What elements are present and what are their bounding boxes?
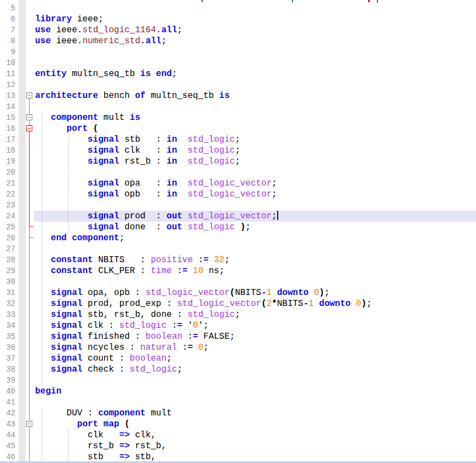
line-number[interactable]: 34 (0, 320, 19, 331)
code-line[interactable]: architecture bench of multn_seq_tb is (34, 90, 476, 101)
line-number[interactable]: 45 (0, 441, 19, 452)
line-number[interactable]: 7 (0, 25, 19, 36)
code-line[interactable]: signal clk : in std_logic; (34, 145, 476, 156)
code-line[interactable]: signal opa : in std_logic_vector; (34, 178, 476, 189)
line-number[interactable]: 35 (0, 331, 19, 342)
code-line[interactable]: stb => stb, (34, 452, 476, 462)
line-number[interactable]: 32 (0, 298, 19, 309)
code-line[interactable]: signal count : boolean; (34, 353, 476, 364)
line-number[interactable]: 43 (0, 419, 19, 430)
line-number[interactable]: 19 (0, 156, 19, 167)
fold-collapse-icon[interactable] (26, 92, 32, 99)
code-token: ; (119, 233, 125, 243)
code-line[interactable]: constant CLK_PER : time := 10 ns; (34, 265, 476, 276)
code-line[interactable] (34, 276, 476, 287)
line-number[interactable]: 9 (0, 47, 19, 57)
marker-margin-cell (19, 397, 26, 408)
line-number[interactable]: 8 (0, 36, 19, 47)
line-number[interactable]: 26 (0, 233, 19, 244)
code-line[interactable]: constant NBITS : positive := 32; (34, 254, 476, 265)
line-number[interactable]: 27 (0, 244, 19, 254)
code-line[interactable] (34, 47, 476, 57)
line-number[interactable]: 39 (0, 375, 19, 386)
code-line[interactable]: signal ncycles : natural := 0; (34, 342, 476, 353)
indent-guide (42, 298, 42, 309)
line-number[interactable]: 21 (0, 178, 19, 189)
code-line[interactable]: end component; (34, 233, 476, 244)
fold-line (29, 244, 30, 249)
code-line[interactable]: component mult is (34, 112, 476, 123)
code-line[interactable]: DUV : component mult (34, 408, 476, 419)
code-line[interactable] (34, 244, 476, 254)
code-line[interactable]: signal opb : in std_logic_vector; (34, 189, 476, 200)
line-number[interactable]: 6 (0, 14, 19, 25)
line-number[interactable]: 33 (0, 309, 19, 320)
code-line[interactable]: port map ( (34, 419, 476, 430)
code-line[interactable]: signal clk : std_logic := '0'; (34, 320, 476, 331)
code-line[interactable] (34, 3, 476, 14)
line-number[interactable]: 18 (0, 145, 19, 156)
line-number[interactable]: 40 (0, 386, 19, 397)
line-number[interactable]: 15 (0, 112, 19, 123)
fold-collapse-icon[interactable] (26, 114, 32, 120)
line-number[interactable]: 5 (0, 3, 19, 14)
line-number[interactable]: 46 (0, 452, 19, 462)
fold-collapse-icon[interactable] (26, 421, 32, 427)
line-number[interactable]: 36 (0, 342, 19, 353)
code-token: rst_b, (130, 441, 167, 451)
line-number[interactable]: 44 (0, 430, 19, 441)
code-line[interactable] (34, 167, 476, 178)
fold-margin-cell (26, 331, 34, 342)
line-number[interactable]: 38 (0, 364, 19, 375)
code-line[interactable] (34, 79, 476, 90)
line-number[interactable]: 13 (0, 90, 19, 101)
line-number[interactable]: 41 (0, 397, 19, 408)
line-number[interactable]: 14 (0, 101, 19, 112)
line-number[interactable]: 20 (0, 167, 19, 178)
fold-collapse-icon[interactable] (26, 125, 32, 131)
code-line[interactable]: port ( (34, 123, 476, 134)
code-line[interactable]: signal prod, prod_exp : std_logic_vector… (34, 298, 476, 309)
line-number[interactable]: 10 (0, 57, 19, 68)
line-number[interactable]: 17 (0, 134, 19, 145)
code-line-current[interactable]: signal prod : out std_logic_vector; (34, 211, 476, 222)
code-line[interactable]: signal rst_b : in std_logic; (34, 156, 476, 167)
line-number[interactable]: 29 (0, 265, 19, 276)
code-line[interactable]: signal opa, opb : std_logic_vector(NBITS… (34, 287, 476, 298)
code-line[interactable]: signal done : out std_logic ); (34, 222, 476, 233)
line-number[interactable]: 30 (0, 276, 19, 287)
line-number[interactable]: 16 (0, 123, 19, 134)
code-line[interactable]: use ieee.std_logic_1164.all; (34, 25, 476, 36)
line-number[interactable]: 37 (0, 353, 19, 364)
code-line[interactable] (34, 200, 476, 211)
line-number[interactable]: 25 (0, 222, 19, 233)
code-line[interactable] (34, 375, 476, 386)
indent-guide (42, 430, 42, 441)
code-line[interactable]: signal stb : in std_logic; (34, 134, 476, 145)
line-number[interactable]: 28 (0, 254, 19, 265)
line-number[interactable]: 31 (0, 287, 19, 298)
line-number[interactable]: 24 (0, 211, 19, 222)
code-line[interactable] (34, 101, 476, 112)
line-number[interactable]: 22 (0, 189, 19, 200)
code-line[interactable] (34, 397, 476, 408)
code-line[interactable]: begin (34, 386, 476, 397)
line-number[interactable]: 42 (0, 408, 19, 419)
code-line[interactable]: signal finished : boolean := FALSE; (34, 331, 476, 342)
code-line[interactable]: rst_b => rst_b, (34, 441, 476, 452)
code-token: ; (235, 135, 240, 144)
code-line[interactable]: signal stb, rst_b, done : std_logic; (34, 309, 476, 320)
code-line[interactable] (34, 57, 476, 68)
code-line[interactable]: use ieee.numeric_std.all; (34, 36, 476, 47)
fold-margin-cell (26, 430, 34, 441)
code-line[interactable]: clk => clk, (34, 430, 476, 441)
line-number[interactable]: 12 (0, 79, 19, 90)
code-editor[interactable]: 56library ieee;7use ieee.std_logic_1164.… (0, 0, 476, 463)
code-token: ; (324, 288, 330, 298)
line-number[interactable]: 11 (0, 68, 19, 79)
code-line[interactable]: entity multn_seq_tb is end; (34, 68, 476, 79)
line-number[interactable]: 23 (0, 200, 19, 211)
code-line[interactable]: signal check : std_logic; (34, 364, 476, 375)
code-token: 0 (198, 343, 204, 352)
code-line[interactable]: library ieee; (34, 14, 476, 25)
